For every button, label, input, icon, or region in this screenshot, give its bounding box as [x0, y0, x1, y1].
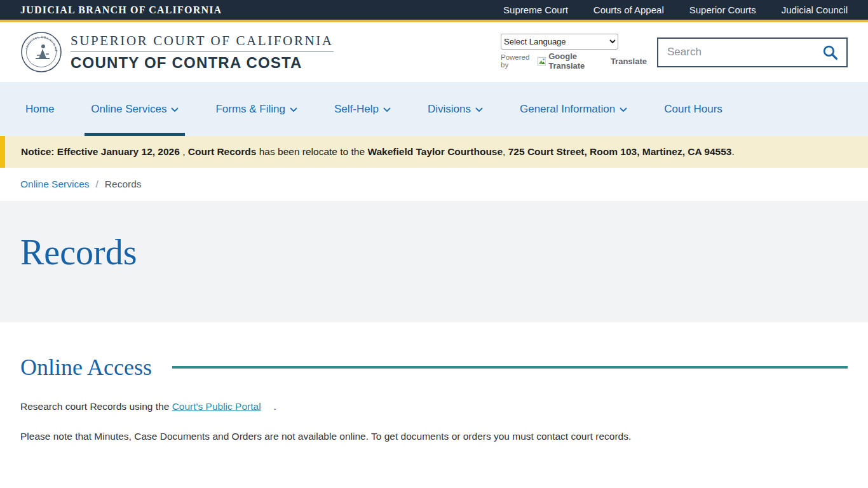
court-seal-icon: JUDICIAL BRANCH OF CALIFORNIA — [20, 31, 62, 73]
section-divider-rule — [172, 366, 848, 369]
main-content: Online Access Research court Records usi… — [0, 354, 868, 442]
site-header: JUDICIAL BRANCH OF CALIFORNIA SUPERIOR C… — [0, 22, 868, 82]
google-translate-label: Google Translate — [548, 51, 608, 71]
utility-link-supreme-court[interactable]: Supreme Court — [503, 4, 568, 15]
google-translate-icon — [538, 57, 546, 66]
notice-text-segment: 725 Court Street, Room 103, Martinez, CA… — [508, 146, 732, 157]
portal-paragraph-text: Research court Records using the — [20, 401, 172, 412]
nav-label: General Information — [520, 103, 615, 116]
translate-powered-row: Powered by Google Translate Translate — [501, 51, 647, 71]
translate-label: Translate — [611, 57, 647, 66]
nav-item-general-information[interactable]: General Information — [513, 82, 634, 136]
svg-text:JUDICIAL BRANCH OF CALIFORNIA: JUDICIAL BRANCH OF CALIFORNIA — [20, 31, 58, 52]
nav-label: Home — [25, 103, 54, 116]
utility-link-judicial-council[interactable]: Judicial Council — [782, 4, 848, 15]
chevron-down-icon — [475, 107, 483, 112]
breadcrumb-current: Records — [105, 179, 142, 190]
nav-label: Online Services — [91, 103, 166, 116]
online-access-section-header: Online Access — [20, 354, 848, 381]
nav-label: Forms & Filing — [215, 103, 285, 116]
site-title: SUPERIOR COURT OF CALIFORNIA COUNTY OF C… — [71, 33, 334, 72]
powered-by-label: Powered by — [501, 53, 535, 69]
chevron-down-icon — [620, 107, 627, 112]
utility-links: Supreme Court Courts of Appeal Superior … — [503, 4, 848, 15]
nav-item-home[interactable]: Home — [19, 82, 60, 136]
chevron-down-icon — [171, 107, 179, 112]
nav-item-forms-filing[interactable]: Forms & Filing — [209, 82, 304, 136]
notice-text-segment: has been relocate to the — [256, 146, 367, 157]
site-title-line2: COUNTY OF CONTRA COSTA — [71, 52, 334, 72]
nav-label: Divisions — [428, 103, 471, 116]
portal-paragraph: Research court Records using the Court's… — [20, 401, 848, 412]
chevron-down-icon — [290, 107, 297, 112]
judicial-branch-brand: JUDICIAL BRANCH OF CALIFORNIA — [20, 4, 222, 16]
language-select[interactable]: Select Language — [501, 34, 618, 50]
courts-public-portal-link[interactable]: Court's Public Portal — [172, 401, 261, 412]
nav-label: Court Hours — [664, 103, 722, 116]
site-logo[interactable]: JUDICIAL BRANCH OF CALIFORNIA SUPERIOR C… — [20, 31, 334, 73]
page-title: Records — [20, 234, 848, 270]
utility-bar: JUDICIAL BRANCH OF CALIFORNIA Supreme Co… — [0, 0, 868, 22]
nav-item-online-services[interactable]: Online Services — [85, 82, 185, 136]
portal-paragraph-suffix: . — [274, 401, 276, 412]
google-translate-widget: Select Language Powered by Google Transl… — [501, 34, 647, 71]
site-title-line1: SUPERIOR COURT OF CALIFORNIA — [71, 33, 334, 52]
page-hero: Records — [0, 201, 868, 322]
notice-text-segment: . — [731, 146, 734, 157]
notice-banner: Notice: Effective January 12, 2026 , Cou… — [0, 136, 868, 168]
search-box[interactable] — [657, 37, 848, 67]
utility-link-superior-courts[interactable]: Superior Courts — [689, 4, 756, 15]
main-nav: Home Online Services Forms & Filing Self… — [0, 82, 868, 136]
notice-text-segment: Court Records — [188, 146, 257, 157]
search-button[interactable] — [822, 44, 839, 61]
search-input[interactable] — [667, 46, 822, 58]
breadcrumb-separator: / — [96, 179, 98, 190]
chevron-down-icon — [383, 107, 391, 112]
utility-link-courts-of-appeal[interactable]: Courts of Appeal — [593, 4, 664, 15]
nav-item-divisions[interactable]: Divisions — [421, 82, 489, 136]
notice-text-segment: Notice: Effective January 12, 2026 — [21, 146, 180, 157]
nav-label: Self-Help — [334, 103, 379, 116]
notice-text-segment: Wakefield Taylor Courthouse — [367, 146, 503, 157]
breadcrumb-link-online-services[interactable]: Online Services — [20, 179, 90, 190]
search-icon — [822, 44, 839, 61]
notice-text-segment: , — [503, 146, 508, 157]
notice-text-segment: , — [180, 146, 188, 157]
nav-item-court-hours[interactable]: Court Hours — [658, 82, 729, 136]
nav-item-self-help[interactable]: Self-Help — [328, 82, 397, 136]
section-title: Online Access — [20, 354, 152, 381]
availability-note-paragraph: Please note that Minutes, Case Documents… — [20, 431, 848, 442]
breadcrumb: Online Services / Records — [0, 168, 868, 201]
